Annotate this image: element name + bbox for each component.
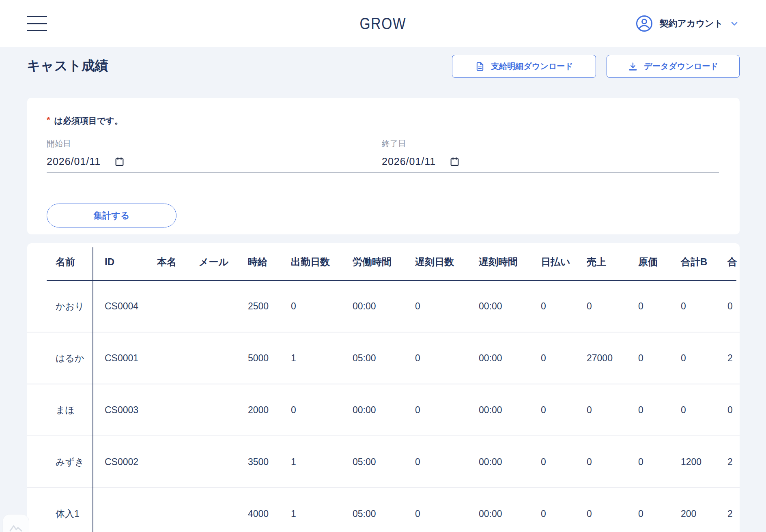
cell-wage: 4000: [237, 508, 280, 519]
filter-form-card: *は必須項目です。 開始日 2026/01/11 終了日 2026/01/11: [27, 98, 740, 234]
aggregate-button[interactable]: 集計する: [47, 204, 176, 227]
table-header-divider: [47, 280, 736, 281]
cell-name: みずき: [27, 456, 93, 468]
end-date-value[interactable]: 2026/01/11: [382, 156, 436, 167]
cell-total: 0: [716, 301, 740, 312]
payslip-download-button[interactable]: 支給明細ダウンロード: [452, 55, 596, 78]
account-menu[interactable]: 契約アカウント: [636, 15, 739, 32]
data-download-label: データダウンロード: [644, 61, 718, 72]
col-header-late-time: 遅刻時間: [467, 255, 529, 268]
cell-hours: 00:00: [341, 405, 404, 416]
cell-sales: 27000: [575, 353, 627, 364]
cell-total: 2: [716, 508, 740, 519]
start-date-label: 開始日: [47, 138, 125, 149]
col-header-total-b: 合計B: [669, 255, 716, 268]
cell-late-days: 0: [404, 508, 467, 519]
table-row: 体入14000105:00000:000002002: [27, 488, 740, 532]
cell-late-time: 00:00: [467, 301, 529, 312]
cell-cost: 0: [627, 508, 669, 519]
cell-hours: 00:00: [341, 301, 404, 312]
col-header-id: ID: [93, 256, 146, 268]
cell-sales: 0: [575, 405, 627, 416]
account-label: 契約アカウント: [659, 17, 723, 30]
table-row: まほCS00032000000:00000:0000000: [27, 384, 740, 436]
page-root: GROW 契約アカウント キャスト成績: [0, 0, 766, 532]
col-header-daily-pay: 日払い: [529, 255, 575, 268]
hamburger-line: [27, 23, 47, 24]
cell-wage: 2500: [237, 301, 280, 312]
cell-daily-pay: 0: [529, 457, 575, 468]
col-header-late-days: 遅刻日数: [404, 255, 467, 268]
cell-daily-pay: 0: [529, 301, 575, 312]
cell-daily-pay: 0: [529, 508, 575, 519]
document-icon: [475, 61, 485, 72]
cell-total-b: 1200: [669, 457, 716, 468]
cell-id: CS0003: [93, 405, 146, 416]
required-note-text: は必須項目です。: [54, 116, 123, 125]
cell-wage: 3500: [237, 457, 280, 468]
cell-id: CS0002: [93, 457, 146, 468]
date-fields-underline: [47, 172, 719, 173]
col-header-total: 合: [716, 255, 740, 268]
cell-cost: 0: [627, 353, 669, 364]
cell-total-b: 0: [669, 301, 716, 312]
start-date-field: 開始日 2026/01/11: [47, 138, 125, 167]
cell-name: まほ: [27, 404, 93, 416]
hamburger-line: [27, 16, 47, 17]
col-header-attendance-days: 出勤日数: [280, 255, 341, 268]
cell-sales: 0: [575, 301, 627, 312]
table-row: はるかCS00015000105:00000:00027000002: [27, 332, 740, 384]
calendar-icon[interactable]: [114, 157, 125, 167]
table-row: みずきCS00023500105:00000:0000012002: [27, 436, 740, 488]
name-column-divider: [93, 247, 93, 532]
table-header-row: 名前 ID 本名 メール 時給 出勤日数 労働時間 遅刻日数 遅刻時間 日払い …: [27, 243, 740, 281]
cell-total: 2: [716, 457, 740, 468]
cell-daily-pay: 0: [529, 353, 575, 364]
col-header-name: 名前: [27, 255, 93, 268]
cell-sales: 0: [575, 508, 627, 519]
cell-sales: 0: [575, 457, 627, 468]
col-header-cost: 原価: [627, 255, 669, 268]
cell-late-time: 00:00: [467, 405, 529, 416]
cell-total-b: 0: [669, 405, 716, 416]
hamburger-menu-icon[interactable]: [27, 14, 47, 33]
cell-late-days: 0: [404, 457, 467, 468]
start-date-input[interactable]: 2026/01/11: [47, 156, 125, 167]
start-date-value[interactable]: 2026/01/11: [47, 156, 101, 167]
required-asterisk: *: [47, 115, 50, 125]
download-icon: [628, 61, 638, 72]
cell-late-days: 0: [404, 301, 467, 312]
cell-days: 0: [280, 301, 341, 312]
cell-late-time: 00:00: [467, 457, 529, 468]
col-header-real-name: 本名: [146, 255, 187, 268]
cell-late-time: 00:00: [467, 508, 529, 519]
cell-hours: 05:00: [341, 508, 404, 519]
calendar-icon[interactable]: [450, 157, 460, 167]
table-body: かおりCS00042500000:00000:0000000はるかCS00015…: [27, 281, 740, 532]
hamburger-line: [27, 30, 47, 31]
cell-cost: 0: [627, 405, 669, 416]
end-date-input[interactable]: 2026/01/11: [382, 156, 460, 167]
cell-total-b: 0: [669, 353, 716, 364]
cell-hours: 05:00: [341, 353, 404, 364]
data-download-button[interactable]: データダウンロード: [607, 55, 740, 78]
user-avatar-icon: [636, 15, 653, 32]
cell-id: CS0001: [93, 353, 146, 364]
mountain-logo-icon: [2, 514, 29, 532]
cell-days: 1: [280, 508, 341, 519]
col-header-sales: 売上: [575, 255, 627, 268]
cast-results-table: 名前 ID 本名 メール 時給 出勤日数 労働時間 遅刻日数 遅刻時間 日払い …: [27, 243, 740, 532]
cell-days: 1: [280, 353, 341, 364]
cell-days: 0: [280, 405, 341, 416]
cell-cost: 0: [627, 301, 669, 312]
cell-total-b: 200: [669, 508, 716, 519]
table-row: かおりCS00042500000:00000:0000000: [27, 281, 740, 332]
cell-daily-pay: 0: [529, 405, 575, 416]
app-header: GROW 契約アカウント: [0, 0, 766, 47]
cell-hours: 05:00: [341, 457, 404, 468]
cell-name: 体入1: [27, 508, 93, 520]
cell-total: 2: [716, 353, 740, 364]
cell-name: かおり: [27, 300, 93, 313]
cell-wage: 2000: [237, 405, 280, 416]
end-date-label: 終了日: [382, 138, 460, 149]
